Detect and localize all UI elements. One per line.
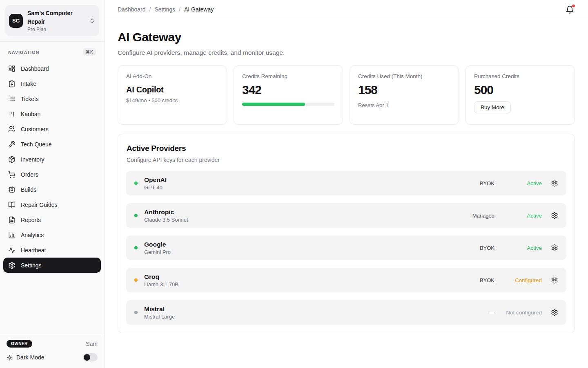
provider-row-google: GoogleGemini ProBYOKActive <box>126 236 566 260</box>
breadcrumb-current: AI Gateway <box>184 6 214 13</box>
nav-section: NAVIGATION ⌘K DashboardIntakeTicketsKanb… <box>0 42 104 334</box>
provider-meta: BYOKActive <box>468 180 558 187</box>
provider-meta: ManagedActive <box>468 212 558 219</box>
sidebar-item-customers[interactable]: Customers <box>3 121 101 137</box>
stat-card-purchased-credits: Purchased Credits 500 Buy More <box>466 65 575 125</box>
provider-meta: BYOKActive <box>468 244 558 251</box>
sun-icon <box>7 355 13 361</box>
sidebar-item-settings[interactable]: Settings <box>3 258 101 273</box>
sidebar-item-label: Builds <box>21 186 36 193</box>
purchased-credits-value: 500 <box>474 83 566 97</box>
book-open-icon <box>8 201 16 209</box>
team-plan: Pro Plan <box>27 27 85 32</box>
breadcrumb: Dashboard / Settings / AI Gateway <box>118 6 214 13</box>
toggle-knob <box>84 354 90 361</box>
provider-model: Mistral Large <box>144 314 175 320</box>
shopping-cart-icon <box>8 171 16 178</box>
sidebar-item-label: Inventory <box>21 156 45 163</box>
users-icon <box>8 126 16 133</box>
status-dot <box>134 246 138 249</box>
credits-progress-fill <box>242 103 305 106</box>
provider-model: Llama 3.1 70B <box>144 281 178 287</box>
clipboard-plus-icon <box>8 80 16 88</box>
topbar: Dashboard / Settings / AI Gateway <box>105 0 588 19</box>
provider-status: Active <box>503 213 542 219</box>
gear-icon <box>551 309 558 316</box>
stats-grid: AI Add-On AI Copilot $149/mo • 500 credi… <box>118 65 575 125</box>
sidebar-item-analytics[interactable]: Analytics <box>3 227 101 242</box>
sidebar-item-inventory[interactable]: Inventory <box>3 152 101 167</box>
provider-status: Active <box>503 245 542 251</box>
notifications-button[interactable] <box>565 4 575 15</box>
provider-settings-button[interactable] <box>551 276 558 284</box>
sidebar-item-intake[interactable]: Intake <box>3 76 101 91</box>
active-providers-card: Active Providers Configure API keys for … <box>118 134 575 333</box>
providers-title: Active Providers <box>126 144 566 153</box>
page-content: AI Gateway Configure AI providers, manag… <box>105 19 588 346</box>
owner-row: OWNER Sam <box>7 340 98 348</box>
credits-remaining-value: 342 <box>242 83 334 97</box>
sidebar-item-label: Reports <box>21 217 41 223</box>
provider-name: Google <box>144 241 171 248</box>
notification-dot <box>572 4 575 7</box>
provider-row-mistral: MistralMistral Large—Not configured <box>126 300 566 325</box>
activity-icon <box>8 247 16 254</box>
breadcrumb-separator: / <box>179 6 180 13</box>
provider-name: Mistral <box>144 305 175 313</box>
page-title: AI Gateway <box>118 30 575 44</box>
main-area: Dashboard / Settings / AI Gateway AI Gat… <box>105 0 588 368</box>
status-dot <box>134 278 138 282</box>
team-info: Sam's Computer Repair Pro Plan <box>27 9 85 32</box>
gear-icon <box>551 244 558 251</box>
file-text-icon <box>8 216 16 224</box>
sidebar-item-dashboard[interactable]: Dashboard <box>3 61 101 76</box>
sidebar-item-tickets[interactable]: Tickets <box>3 91 101 106</box>
provider-model: GPT-4o <box>144 184 167 191</box>
provider-settings-button[interactable] <box>551 212 558 219</box>
team-name: Sam's Computer Repair <box>27 9 85 26</box>
breadcrumb-dashboard[interactable]: Dashboard <box>118 6 146 13</box>
sidebar-item-heartbeat[interactable]: Heartbeat <box>3 242 101 258</box>
breadcrumb-settings[interactable]: Settings <box>154 6 175 13</box>
team-switcher[interactable]: SC Sam's Computer Repair Pro Plan <box>5 5 99 36</box>
status-dot <box>134 182 138 185</box>
sidebar-item-kanban[interactable]: Kanban <box>3 106 101 121</box>
sidebar-item-orders[interactable]: Orders <box>3 167 101 182</box>
list-icon <box>8 95 16 103</box>
sidebar-item-label: Orders <box>21 171 38 178</box>
buy-more-button[interactable]: Buy More <box>474 101 511 113</box>
sidebar-item-label: Tech Queue <box>21 141 52 148</box>
provider-info: AnthropicClaude 3.5 Sonnet <box>144 209 188 223</box>
kanban-icon <box>8 110 16 118</box>
provider-model: Gemini Pro <box>144 249 171 255</box>
stat-card-credits-remaining: Credits Remaining 342 <box>234 65 343 125</box>
team-avatar: SC <box>9 14 23 28</box>
sidebar-item-label: Customers <box>21 126 49 132</box>
gear-icon <box>551 180 558 187</box>
sidebar-item-repair-guides[interactable]: Repair Guides <box>3 197 101 212</box>
package-icon <box>8 156 16 163</box>
stat-label: AI Add-On <box>126 73 218 79</box>
addon-detail: $149/mo • 500 credits <box>126 97 218 103</box>
status-dot <box>134 311 138 314</box>
provider-model: Claude 3.5 Sonnet <box>144 217 188 223</box>
owner-badge: OWNER <box>7 340 32 348</box>
addon-name: AI Copilot <box>126 85 218 94</box>
sidebar-item-label: Tickets <box>21 96 39 102</box>
sidebar-item-tech-queue[interactable]: Tech Queue <box>3 137 101 152</box>
chevrons-up-down-icon <box>89 18 95 24</box>
breadcrumb-separator: / <box>149 6 151 13</box>
credits-used-value: 158 <box>358 83 450 97</box>
provider-name: OpenAI <box>144 176 167 184</box>
stat-label: Purchased Credits <box>474 73 566 79</box>
sidebar-item-builds[interactable]: Builds <box>3 182 101 197</box>
provider-meta: BYOKConfigured <box>468 276 558 284</box>
provider-settings-button[interactable] <box>551 244 558 251</box>
stat-card-ai-addon: AI Add-On AI Copilot $149/mo • 500 credi… <box>118 65 227 125</box>
provider-settings-button[interactable] <box>551 309 558 316</box>
provider-settings-button[interactable] <box>551 180 558 187</box>
provider-status: Not configured <box>503 310 542 316</box>
dark-mode-toggle[interactable] <box>83 353 98 361</box>
nav-section-label: NAVIGATION <box>8 50 39 55</box>
sidebar-item-reports[interactable]: Reports <box>3 212 101 227</box>
